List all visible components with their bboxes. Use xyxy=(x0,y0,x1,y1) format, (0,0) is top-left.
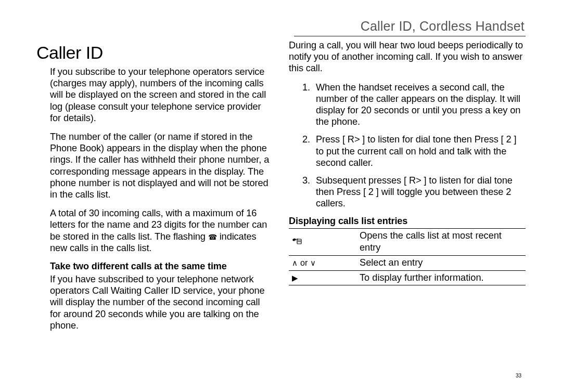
desc-cell: Select an entry xyxy=(356,255,526,270)
desc-cell: Opens the calls list at most recent entr… xyxy=(356,228,526,255)
table-row: ∧ or ∨ Select an entry xyxy=(289,255,526,270)
table-row: Opens the calls list at most recent entr… xyxy=(289,228,526,255)
steps-list: When the handset receives a second call,… xyxy=(289,82,526,210)
intro-paragraph-2: The number of the caller (or name if sto… xyxy=(36,131,273,200)
intro-paragraph-1: If you subscribe to your telephone opera… xyxy=(36,66,273,124)
section-title: Caller ID xyxy=(36,43,273,63)
up-arrow-icon: ∧ xyxy=(292,258,298,267)
key-cell-handset xyxy=(289,228,356,255)
page-header: Caller ID, Cordless Handset xyxy=(36,19,526,34)
key-cell-right: ▶ xyxy=(289,270,356,285)
desc-cell: To display further information. xyxy=(356,270,526,285)
key-cell-updown: ∧ or ∨ xyxy=(289,255,356,270)
down-arrow-icon: ∨ xyxy=(310,258,316,267)
svg-rect-0 xyxy=(297,239,301,244)
header-rule xyxy=(294,36,526,36)
calls-list-table: Opens the calls list at most recent entr… xyxy=(289,228,526,286)
intro-paragraph-3: A total of 30 incoming calls, with a max… xyxy=(36,207,273,254)
table-row: ▶ To display further information. xyxy=(289,270,526,285)
step-2: Press [ R> ] to listen for dial tone the… xyxy=(302,134,526,168)
right-column: During a call, you will hear two loud be… xyxy=(289,40,526,338)
during-call-paragraph: During a call, you will hear two loud be… xyxy=(289,40,526,74)
content-columns: Caller ID If you subscribe to your telep… xyxy=(36,40,526,338)
left-column: Caller ID If you subscribe to your telep… xyxy=(36,40,273,338)
call-waiting-paragraph: If you have subscribed to your telephone… xyxy=(36,273,273,331)
subhead-displaying-calls: Displaying calls list entries xyxy=(289,216,526,227)
handset-icon xyxy=(292,238,302,246)
step-3: Subsequent presses [ R> ] to listen for … xyxy=(302,175,526,210)
or-text: or xyxy=(300,258,308,267)
handset-new-calls-icon: ☎ xyxy=(208,232,217,241)
step-1: When the handset receives a second call,… xyxy=(302,82,526,128)
page-number: 33 xyxy=(516,373,521,378)
right-arrow-icon: ▶ xyxy=(292,273,298,282)
subhead-take-two-calls: Take two different calls at the same tim… xyxy=(36,261,273,272)
